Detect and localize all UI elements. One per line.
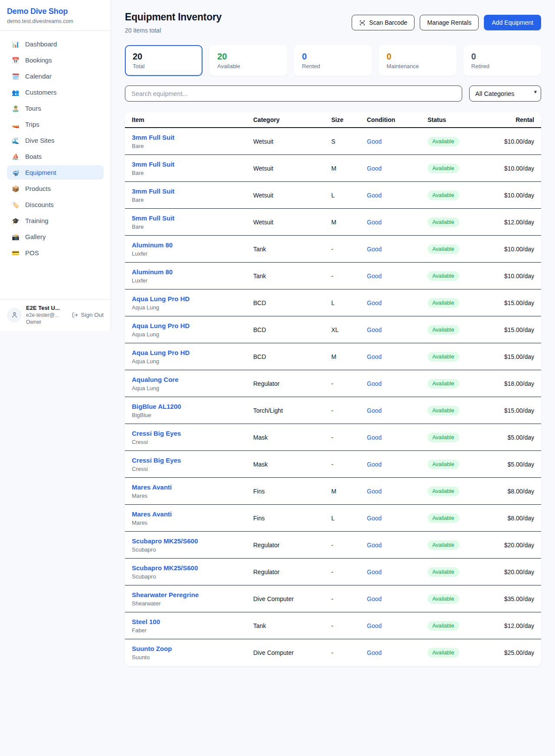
sidebar-item-pos[interactable]: 💳POS [7,246,104,260]
header-actions: Scan Barcode Manage Rentals Add Equipmen… [352,15,541,30]
status-badge: Available [428,298,459,308]
item-name-link[interactable]: Aqua Lung Pro HD [132,295,253,302]
item-name-link[interactable]: Aqua Lung Pro HD [132,322,253,329]
item-cell: 5mm Full SuitBare [132,214,253,230]
sidebar-item-products[interactable]: 📦Products [7,181,104,196]
status-badge: Available [428,540,459,550]
item-brand: Scubapro [132,546,253,553]
item-name-link[interactable]: Aluminum 80 [132,241,253,249]
condition-cell: Good [367,326,428,333]
item-cell: Scubapro MK25/S600Scubapro [132,564,253,580]
table-row: Aqua Lung Pro HDAqua LungBCDLGoodAvailab… [125,289,541,316]
status-cell: Available [428,298,469,308]
add-equipment-button[interactable]: Add Equipment [484,15,541,30]
calendar-icon: 🗓️ [12,73,20,79]
sign-out-button[interactable]: Sign Out [72,312,104,318]
scan-barcode-button[interactable]: Scan Barcode [352,15,415,30]
sidebar-item-label: Training [25,217,49,224]
size-cell: - [331,273,367,279]
category-cell: Tank [253,246,331,253]
stat-card-available[interactable]: 20Available [209,45,287,76]
category-cell: Tank [253,273,331,279]
stat-card-total[interactable]: 20Total [125,45,202,76]
sidebar-item-gallery[interactable]: 📸Gallery [7,230,104,244]
stat-card-rented[interactable]: 0Rented [294,45,372,76]
sidebar-item-trips[interactable]: 🚤Trips [7,117,104,131]
size-cell: - [331,595,367,602]
tours-icon: 🏝️ [12,105,20,112]
stat-label: Retired [471,63,533,69]
stat-value: 20 [217,52,279,62]
column-header-status: Status [428,116,469,123]
status-badge: Available [428,433,459,442]
stat-label: Rented [302,63,364,69]
size-cell: M [331,165,367,172]
item-cell: 3mm Full SuitBare [132,134,253,149]
brand-block: Demo Dive Shop demo.test.divestreams.com [0,0,111,31]
user-name: E2E Test U... [26,305,68,311]
item-name-link[interactable]: Suunto Zoop [132,645,253,652]
condition-cell: Good [367,569,428,575]
sidebar-item-equipment[interactable]: 🤿Equipment [7,165,104,180]
sidebar-item-tours[interactable]: 🏝️Tours [7,101,104,115]
item-name-link[interactable]: Scubapro MK25/S600 [132,537,253,545]
stat-card-retired[interactable]: 0Retired [464,45,541,76]
item-name-link[interactable]: Aqua Lung Pro HD [132,349,253,356]
manage-rentals-label: Manage Rentals [427,19,471,26]
item-brand: Aqua Lung [132,304,253,311]
item-name-link[interactable]: Cressi Big Eyes [132,457,253,464]
item-name-link[interactable]: Shearwater Peregrine [132,591,253,598]
item-name-link[interactable]: Steel 100 [132,618,253,625]
sidebar-item-customers[interactable]: 👥Customers [7,85,104,99]
item-name-link[interactable]: Cressi Big Eyes [132,430,253,437]
sidebar-item-label: Boats [25,153,42,160]
item-name-link[interactable]: Aqualung Core [132,376,253,383]
stat-card-maintenance[interactable]: 0Maintenance [379,45,457,76]
item-brand: Bare [132,224,253,230]
filter-row: All Categories ▾ [125,85,541,102]
sidebar-item-calendar[interactable]: 🗓️Calendar [7,69,104,83]
category-cell: Mask [253,434,331,441]
category-cell: Wetsuit [253,165,331,172]
avatar [7,308,22,322]
status-badge: Available [428,460,459,469]
item-brand: Bare [132,143,253,149]
status-badge: Available [428,217,459,227]
main-content: Equipment Inventory 20 items total Scan … [111,0,555,684]
sidebar-item-bookings[interactable]: 📅Bookings [7,53,104,67]
item-name-link[interactable]: 5mm Full Suit [132,214,253,222]
sign-out-icon [72,312,78,318]
item-name-link[interactable]: 3mm Full Suit [132,187,253,195]
table-row: Cressi Big EyesCressiMask-GoodAvailable$… [125,424,541,451]
category-dropdown[interactable]: All Categories [469,85,541,102]
item-brand: Luxfer [132,250,253,257]
status-cell: Available [428,217,469,227]
sidebar-item-training[interactable]: 🎓Training [7,214,104,228]
sidebar-item-dashboard[interactable]: 📊Dashboard [7,37,104,51]
size-cell: - [331,246,367,253]
item-name-link[interactable]: Aluminum 80 [132,268,253,276]
sidebar-item-label: Dashboard [25,40,57,48]
item-name-link[interactable]: Scubapro MK25/S600 [132,564,253,572]
sidebar-nav: 📊Dashboard📅Bookings🗓️Calendar👥Customers🏝… [0,31,111,299]
item-brand: Scubapro [132,573,253,580]
page-header: Equipment Inventory 20 items total Scan … [125,11,541,34]
item-cell: Mares AvantiMares [132,483,253,499]
manage-rentals-button[interactable]: Manage Rentals [420,15,479,30]
item-name-link[interactable]: BigBlue AL1200 [132,403,253,410]
item-name-link[interactable]: 3mm Full Suit [132,161,253,168]
search-input[interactable] [125,85,462,102]
dive-sites-icon: 🌊 [12,138,20,144]
item-name-link[interactable]: Mares Avanti [132,510,253,518]
table-row: Mares AvantiMaresFinsMGoodAvailable$8.00… [125,478,541,505]
category-cell: Regulator [253,542,331,549]
item-name-link[interactable]: 3mm Full Suit [132,134,253,141]
sidebar-item-boats[interactable]: ⛵Boats [7,149,104,164]
sidebar-item-discounts[interactable]: 🏷️Discounts [7,197,104,212]
size-cell: M [331,353,367,360]
size-cell: - [331,461,367,468]
status-badge: Available [428,648,459,657]
item-name-link[interactable]: Mares Avanti [132,483,253,491]
status-cell: Available [428,325,469,335]
sidebar-item-dive-sites[interactable]: 🌊Dive Sites [7,133,104,148]
